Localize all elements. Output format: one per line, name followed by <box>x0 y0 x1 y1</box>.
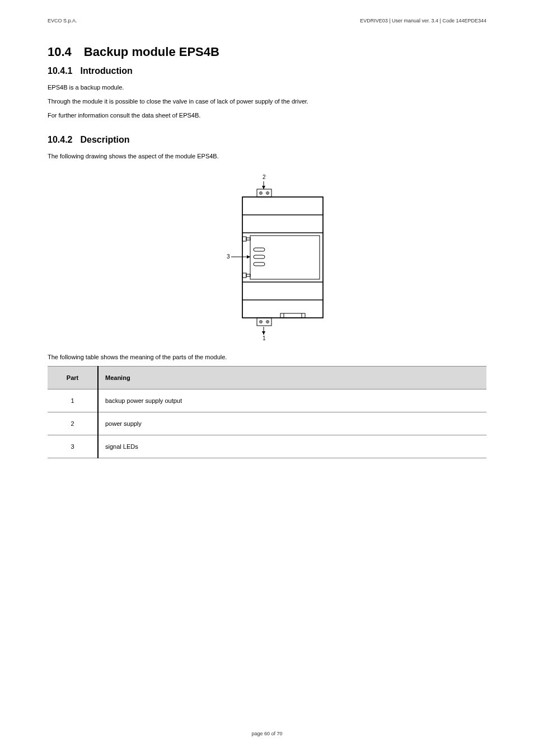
intro-paragraph-1: EPS4B is a backup module. <box>48 82 486 93</box>
svg-marker-22 <box>247 255 250 259</box>
table-cell-part: 3 <box>48 435 98 458</box>
svg-rect-17 <box>246 274 250 276</box>
intro-paragraph-3: For further information consult the data… <box>48 110 486 121</box>
parts-table: Part Meaning 1 backup power supply outpu… <box>48 366 486 458</box>
subsection-introduction-text: Introduction <box>80 66 132 76</box>
section-title-text: Backup module EPS4B <box>84 45 219 59</box>
table-header-part: Part <box>48 366 98 389</box>
page-header: EVCO S.p.A. EVDRIVE03 | User manual ver.… <box>48 18 486 24</box>
table-caption: The following table shows the meaning of… <box>48 354 486 360</box>
table-cell-meaning: power supply <box>98 412 486 435</box>
eps4b-diagram-svg: 2 3 <box>194 172 340 340</box>
header-left: EVCO S.p.A. <box>48 18 77 24</box>
svg-rect-13 <box>250 236 320 279</box>
table-cell-part: 1 <box>48 389 98 412</box>
module-diagram: 2 3 <box>48 172 486 340</box>
page-footer: page 60 of 70 <box>0 731 534 736</box>
table-cell-part: 2 <box>48 412 98 435</box>
table-row: 2 power supply <box>48 412 486 435</box>
svg-rect-11 <box>242 215 323 233</box>
intro-paragraph-2: Through the module it is possible to clo… <box>48 96 486 107</box>
svg-rect-2 <box>257 189 271 197</box>
svg-rect-32 <box>280 313 305 318</box>
subsection-description-title: 10.4.2Description <box>48 135 486 145</box>
svg-rect-16 <box>242 273 246 278</box>
header-right: EVDRIVE03 | User manual ver. 3.4 | Code … <box>360 18 486 24</box>
table-cell-meaning: backup power supply output <box>98 389 486 412</box>
table-header-meaning: Meaning <box>98 366 486 389</box>
description-paragraph: The following drawing shows the aspect o… <box>48 151 486 162</box>
svg-marker-1 <box>262 186 265 189</box>
diagram-label-bottom: 1 <box>263 335 266 340</box>
svg-rect-24 <box>242 300 323 318</box>
svg-rect-25 <box>257 318 271 326</box>
section-title: 10.4Backup module EPS4B <box>48 45 486 59</box>
svg-rect-19 <box>254 255 265 259</box>
subsection-introduction-title: 10.4.1Introduction <box>48 66 486 76</box>
table-row: 1 backup power supply output <box>48 389 486 412</box>
table-row: 3 signal LEDs <box>48 435 486 458</box>
subsection-description-number: 10.4.2 <box>48 135 72 145</box>
svg-rect-18 <box>254 248 265 251</box>
svg-rect-12 <box>242 233 323 282</box>
svg-rect-23 <box>242 282 323 300</box>
svg-rect-14 <box>242 237 246 241</box>
svg-marker-36 <box>262 331 265 335</box>
section-number: 10.4 <box>48 45 72 59</box>
table-cell-meaning: signal LEDs <box>98 435 486 458</box>
diagram-label-left: 3 <box>227 253 230 260</box>
subsection-introduction-number: 10.4.1 <box>48 66 72 76</box>
svg-rect-15 <box>246 238 250 240</box>
svg-rect-20 <box>254 262 265 266</box>
table-header-row: Part Meaning <box>48 366 486 389</box>
subsection-description-text: Description <box>80 135 129 144</box>
diagram-label-top: 2 <box>263 174 266 180</box>
svg-rect-10 <box>242 197 323 215</box>
